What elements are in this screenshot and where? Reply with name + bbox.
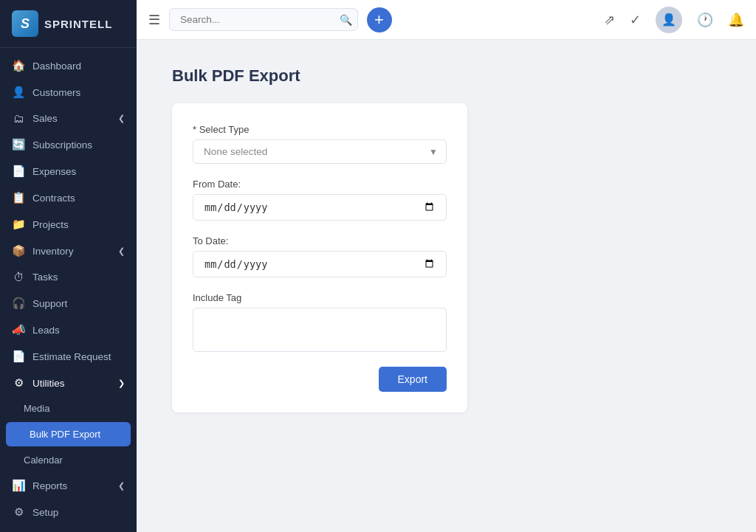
estimate-icon: 📄 [12, 350, 25, 363]
bell-icon[interactable]: 🔔 [728, 12, 744, 28]
chevron-icon: ❮ [118, 114, 125, 123]
add-button[interactable]: + [367, 7, 392, 32]
sales-icon: 🗂 [12, 112, 25, 125]
projects-icon: 📁 [12, 218, 25, 231]
card-footer: Export [193, 367, 447, 392]
sidebar-item-label: Tasks [32, 272, 58, 283]
from-date-input[interactable] [193, 194, 447, 221]
chevron-icon: ❮ [118, 481, 125, 491]
include-tag-label: Include Tag [193, 292, 447, 303]
logo-icon: S [12, 10, 38, 37]
sidebar-item-contracts[interactable]: 📋 Contracts [0, 184, 137, 211]
share-icon[interactable]: ⇗ [604, 12, 615, 28]
sidebar-item-reports[interactable]: 📊 Reports ❮ [0, 472, 137, 499]
select-type-group: * Select Type None selected ▼ [193, 124, 447, 164]
sidebar-item-sales[interactable]: 🗂 Sales ❮ [0, 106, 137, 131]
sidebar-item-label: Projects [32, 219, 69, 230]
search-wrapper: 🔍 [169, 8, 358, 31]
sidebar-item-label: Utilities [32, 378, 65, 389]
to-date-label: To Date: [193, 235, 447, 246]
include-tag-input[interactable] [193, 308, 447, 352]
support-icon: 🎧 [12, 297, 25, 310]
sidebar-item-support[interactable]: 🎧 Support [0, 290, 137, 317]
select-type-wrapper: None selected ▼ [193, 139, 447, 164]
logo-text: SPRINTELL [44, 18, 112, 30]
main-container: ☰ 🔍 + ⇗ ✓ 👤 🕐 🔔 Bulk PDF Export * Select… [137, 0, 756, 532]
reports-icon: 📊 [12, 479, 25, 492]
sidebar-item-label: Media [24, 403, 49, 414]
hamburger-icon[interactable]: ☰ [148, 12, 160, 28]
sidebar-item-utilities[interactable]: ⚙ Utilities ❯ [0, 370, 137, 396]
sidebar-nav: 🏠 Dashboard 👤 Customers 🗂 Sales ❮ 🔄 Subs… [0, 48, 137, 532]
expenses-icon: 📄 [12, 165, 25, 178]
sidebar-item-label: Sales [32, 113, 58, 124]
search-button[interactable]: 🔍 [340, 14, 352, 26]
sidebar-item-label: Dashboard [32, 61, 81, 72]
sidebar-item-media[interactable]: Media [0, 396, 137, 421]
sidebar-item-label: Inventory [32, 246, 74, 257]
page-title: Bulk PDF Export [172, 66, 721, 86]
sidebar-item-inventory[interactable]: 📦 Inventory ❮ [0, 238, 137, 264]
to-date-wrapper [193, 251, 447, 277]
sidebar-item-label: Estimate Request [32, 351, 111, 362]
sidebar-item-label: Expenses [32, 166, 76, 177]
subscriptions-icon: 🔄 [12, 138, 25, 151]
contracts-icon: 📋 [12, 191, 25, 204]
sidebar-item-label: Setup [32, 507, 58, 518]
from-date-group: From Date: [193, 179, 447, 221]
sidebar-item-leads[interactable]: 📣 Leads [0, 317, 137, 343]
from-date-label: From Date: [193, 179, 447, 190]
topbar: ☰ 🔍 + ⇗ ✓ 👤 🕐 🔔 [137, 0, 756, 40]
include-tag-group: Include Tag [193, 292, 447, 352]
sidebar-item-label: Calendar [24, 455, 63, 466]
sidebar: S SPRINTELL 🏠 Dashboard 👤 Customers 🗂 Sa… [0, 0, 137, 532]
sidebar-item-expenses[interactable]: 📄 Expenses [0, 158, 137, 184]
tasks-icon: ⏱ [12, 271, 25, 283]
sidebar-item-label: Reports [32, 480, 67, 491]
sidebar-item-estimate-request[interactable]: 📄 Estimate Request [0, 343, 137, 370]
sidebar-item-projects[interactable]: 📁 Projects [0, 211, 137, 238]
sidebar-item-bulk-pdf-export[interactable]: Bulk PDF Export [6, 422, 131, 446]
search-input[interactable] [169, 8, 358, 31]
avatar[interactable]: 👤 [656, 7, 682, 33]
to-date-group: To Date: [193, 235, 447, 277]
sidebar-item-label: Subscriptions [32, 139, 92, 151]
inventory-icon: 📦 [12, 244, 25, 258]
to-date-input[interactable] [193, 251, 447, 277]
check-icon[interactable]: ✓ [630, 12, 641, 28]
utilities-icon: ⚙ [12, 376, 25, 390]
leads-icon: 📣 [12, 323, 25, 336]
clock-icon[interactable]: 🕐 [697, 12, 713, 28]
export-button[interactable]: Export [379, 367, 447, 392]
setup-icon: ⚙ [12, 505, 25, 519]
chevron-down-icon: ❯ [118, 379, 125, 388]
dashboard-icon: 🏠 [12, 59, 25, 72]
sidebar-item-label: Support [32, 298, 67, 309]
sidebar-item-subscriptions[interactable]: 🔄 Subscriptions [0, 131, 137, 158]
select-type-label: * Select Type [193, 124, 447, 135]
sidebar-item-dashboard[interactable]: 🏠 Dashboard [0, 52, 137, 79]
sidebar-item-label: Customers [32, 87, 80, 98]
chevron-icon: ❮ [118, 246, 125, 256]
logo[interactable]: S SPRINTELL [0, 0, 137, 48]
main-content: Bulk PDF Export * Select Type None selec… [137, 40, 756, 532]
sidebar-item-customers[interactable]: 👤 Customers [0, 79, 137, 106]
sidebar-item-label: Contracts [32, 193, 75, 204]
select-type-dropdown[interactable]: None selected [193, 139, 447, 164]
bulk-pdf-export-card: * Select Type None selected ▼ From Date:… [172, 103, 467, 412]
sidebar-item-label: Leads [32, 325, 60, 336]
customers-icon: 👤 [12, 86, 25, 99]
sidebar-item-tasks[interactable]: ⏱ Tasks [0, 264, 137, 290]
sidebar-item-calendar[interactable]: Calendar [0, 448, 137, 472]
from-date-wrapper [193, 194, 447, 221]
sidebar-item-setup[interactable]: ⚙ Setup [0, 499, 137, 525]
sidebar-item-label: Bulk PDF Export [30, 429, 100, 440]
